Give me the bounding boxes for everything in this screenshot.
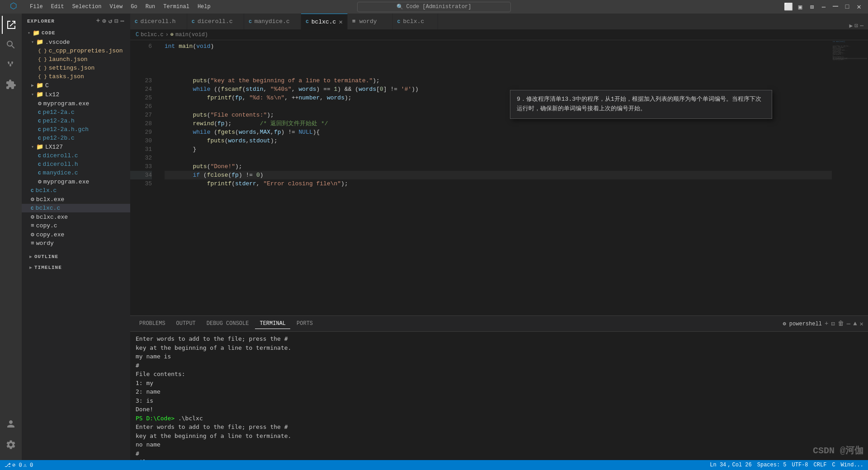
code-line-34: if (fclose(fp) != 0) xyxy=(165,171,832,179)
split-editor-icon[interactable]: ⊡ xyxy=(854,22,858,29)
minimize-button[interactable]: ⬜ xyxy=(784,2,793,11)
terminal-maximize[interactable]: ▲ xyxy=(853,320,857,327)
split-button[interactable]: ⊞ xyxy=(807,2,816,11)
terminal-close[interactable]: ✕ xyxy=(860,320,863,328)
activity-extensions[interactable] xyxy=(2,75,20,94)
tab-bclx-c[interactable]: C bclx.c ✕ xyxy=(393,14,438,29)
status-language-label: C xyxy=(832,462,835,468)
code-line-23: puts("key at the beginning of a line to … xyxy=(165,76,832,85)
copy-c-file[interactable]: ≡ copy.c xyxy=(22,221,130,230)
c-folder[interactable]: ▶ 📁 C xyxy=(22,81,130,90)
code-editor[interactable]: int main(void) puts("key at the beginnin… xyxy=(157,40,832,315)
vscode-folder-icon: 📁 xyxy=(36,38,43,46)
status-platform[interactable]: Wind... xyxy=(841,462,863,468)
code-line-28: rewind(fp); /* 返回到文件开始处 */ xyxy=(165,119,832,128)
activity-explorer[interactable] xyxy=(2,16,20,34)
menu-help[interactable]: Help xyxy=(194,3,214,11)
terminal-split[interactable]: ⊡ xyxy=(831,320,835,328)
new-file-icon[interactable]: + xyxy=(96,17,100,25)
tab-problems[interactable]: PROBLEMS xyxy=(135,319,170,329)
bclxc-c-file[interactable]: C bclxc.c xyxy=(22,204,130,212)
refresh-icon[interactable]: ↺ xyxy=(108,17,113,25)
more-editor-icon[interactable]: ⋯ xyxy=(860,22,863,29)
menu-run[interactable]: Run xyxy=(142,3,159,11)
diceroll-h-file[interactable]: C diceroll.h xyxy=(22,160,130,169)
pe12-2b-c[interactable]: C pe12-2b.c xyxy=(22,134,130,142)
tab-wordy[interactable]: ≡ wordy ✕ xyxy=(348,14,393,29)
term-line-10: PS D:\Code> .\bclxc xyxy=(136,414,863,423)
tab-manydice[interactable]: C manydice.c ✕ xyxy=(244,14,301,29)
status-platform-label: Wind... xyxy=(841,462,863,468)
more-actions-icon[interactable]: ⋯ xyxy=(121,17,125,25)
breadcrumb-file[interactable]: bclxc.c xyxy=(141,32,163,38)
wordy-file[interactable]: ≡ wordy xyxy=(22,239,130,248)
launch-file[interactable]: { } launch.json xyxy=(22,55,130,64)
diceroll-h-label: diceroll.h xyxy=(43,161,130,168)
c-icon-breadcrumb: C xyxy=(136,32,139,38)
breadcrumb-symbol[interactable]: main(void) xyxy=(175,32,208,38)
terminal-trash[interactable]: 🗑 xyxy=(838,320,844,327)
search-bar[interactable]: 🔍 Code [Administrator] xyxy=(357,2,511,12)
menu-selection[interactable]: Selection xyxy=(69,3,105,11)
editor-area: C diceroll.h ✕ C diceroll.c ✕ C manydice… xyxy=(130,14,868,460)
status-language[interactable]: C xyxy=(832,462,835,468)
status-line-col[interactable]: Ln 34 , Col 26 xyxy=(710,462,751,468)
tab-ports[interactable]: PORTS xyxy=(292,319,317,329)
diceroll-c-file[interactable]: C diceroll.c xyxy=(22,151,130,160)
more-button[interactable]: ⋯ xyxy=(819,2,828,11)
pe12-2a-hgch[interactable]: C pe12-2a.h.gch xyxy=(22,125,130,134)
bclx-exe-file[interactable]: ⚙ bclx.exe xyxy=(22,195,130,204)
menu-go[interactable]: Go xyxy=(127,3,141,11)
bclx-c-file[interactable]: C bclx.c xyxy=(22,186,130,195)
lx127-folder[interactable]: ▾ 📁 LX127 xyxy=(22,142,130,151)
myprogram2-file[interactable]: ⚙ myprogram.exe xyxy=(22,177,130,186)
tasks-file[interactable]: { } tasks.json xyxy=(22,72,130,81)
tab-close-bclxc[interactable]: ✕ xyxy=(339,18,342,26)
tab-terminal[interactable]: TERMINAL xyxy=(255,319,290,329)
tab-diceroll-h[interactable]: C diceroll.h ✕ xyxy=(130,14,187,29)
menu-edit[interactable]: Edit xyxy=(47,3,68,11)
window-maximize-button[interactable]: □ xyxy=(843,2,852,11)
activity-account[interactable] xyxy=(2,415,20,433)
root-folder[interactable]: ▾ 📁 CODE xyxy=(22,28,130,38)
layout-button[interactable]: ▣ xyxy=(796,2,805,11)
copy-exe-file[interactable]: ⚙ copy.exe xyxy=(22,230,130,239)
menu-file[interactable]: File xyxy=(26,3,47,11)
status-line-ending[interactable]: CRLF xyxy=(814,462,827,468)
timeline-chevron: ▶ xyxy=(27,265,34,270)
window-close-button[interactable]: ✕ xyxy=(854,2,863,11)
tab-debug-console[interactable]: DEBUG CONSOLE xyxy=(202,319,254,329)
terminal-more[interactable]: ⋯ xyxy=(847,320,850,328)
manydice-c-file[interactable]: C manydice.c xyxy=(22,169,130,177)
bclxc-exe-file[interactable]: ⚙ bclxc.exe xyxy=(22,212,130,221)
diceroll-c-label: diceroll.c xyxy=(43,152,130,159)
menu-view[interactable]: View xyxy=(106,3,126,11)
activity-settings[interactable] xyxy=(2,436,20,454)
window-minimize-button[interactable]: ─ xyxy=(831,2,840,11)
outline-header[interactable]: ▶ OUTLINE xyxy=(27,253,125,260)
run-icon[interactable]: ▶ xyxy=(849,22,853,29)
root-folder-icon: 📁 xyxy=(33,29,40,37)
activity-source-control[interactable] xyxy=(2,56,20,74)
status-branch[interactable]: ⎇ ⊘ 0 ⚠ 0 xyxy=(5,462,33,469)
c-icon-tab5: C xyxy=(397,19,401,24)
lx12-folder[interactable]: ▾ 📁 Lx12 xyxy=(22,90,130,99)
tab-output[interactable]: OUTPUT xyxy=(172,319,200,329)
c-cpp-file[interactable]: { } c_cpp_propreties.json xyxy=(22,47,130,55)
terminal-body[interactable]: Enter words to add to the file; press th… xyxy=(130,332,868,460)
terminal-add[interactable]: + xyxy=(825,320,828,327)
new-folder-icon[interactable]: ⊕ xyxy=(102,17,106,25)
myprogram-file[interactable]: ⚙ myprogram.exe xyxy=(22,99,130,108)
tab-diceroll-c[interactable]: C diceroll.c ✕ xyxy=(187,14,244,29)
menu-terminal[interactable]: Terminal xyxy=(160,3,193,11)
vscode-folder[interactable]: ▾ 📁 .vscode xyxy=(22,38,130,47)
timeline-header[interactable]: ▶ TIMELINE xyxy=(27,264,125,271)
pe12-2a-c[interactable]: C pe12-2a.c xyxy=(22,108,130,117)
tab-bclxc[interactable]: C bclxc.c ✕ xyxy=(301,14,348,29)
collapse-icon[interactable]: ⊟ xyxy=(114,17,118,25)
status-encoding[interactable]: UTF-8 xyxy=(792,462,808,468)
settings-file[interactable]: { } settings.json xyxy=(22,64,130,72)
status-spaces[interactable]: Spaces: 5 xyxy=(757,462,787,468)
pe12-2a-h[interactable]: C pe12-2a.h xyxy=(22,117,130,125)
activity-search[interactable] xyxy=(2,36,20,54)
